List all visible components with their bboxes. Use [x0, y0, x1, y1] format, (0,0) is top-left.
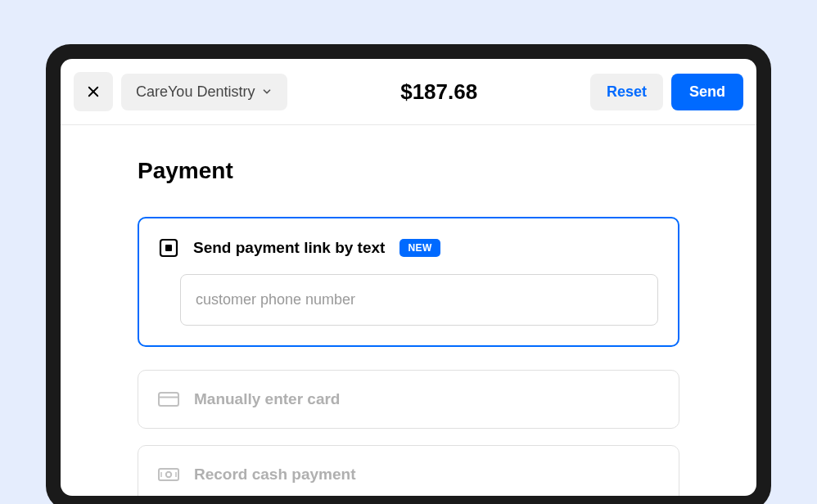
amount-display: $187.68 — [287, 79, 590, 105]
credit-card-icon — [158, 390, 179, 408]
option-title: Manually enter card — [194, 390, 340, 408]
close-button[interactable] — [74, 72, 113, 111]
reset-button[interactable]: Reset — [590, 74, 663, 110]
close-icon — [86, 84, 101, 99]
header: CareYou Dentistry $187.68 Reset Send — [61, 59, 756, 125]
option-title: Send payment link by text — [193, 239, 385, 257]
square-logo-icon — [159, 238, 178, 258]
cash-icon — [158, 466, 179, 484]
send-button[interactable]: Send — [671, 74, 743, 110]
svg-rect-4 — [159, 393, 178, 406]
screen: CareYou Dentistry $187.68 Reset Send Pay… — [61, 59, 756, 496]
payment-option-manual-card[interactable]: Manually enter card — [138, 370, 679, 429]
content: Payment Send payment link by text NEW — [61, 125, 756, 496]
location-label: CareYou Dentistry — [136, 83, 255, 101]
payment-option-text-link[interactable]: Send payment link by text NEW — [138, 217, 679, 347]
page-title: Payment — [138, 158, 679, 184]
payment-option-cash[interactable]: Record cash payment — [138, 445, 679, 496]
phone-input[interactable] — [180, 274, 658, 326]
svg-rect-3 — [165, 245, 172, 251]
device-frame: CareYou Dentistry $187.68 Reset Send Pay… — [46, 44, 771, 504]
svg-point-7 — [166, 472, 171, 477]
location-dropdown[interactable]: CareYou Dentistry — [121, 74, 287, 110]
chevron-down-icon — [261, 86, 273, 97]
option-header: Send payment link by text NEW — [159, 238, 658, 258]
new-badge: NEW — [399, 239, 440, 257]
option-title: Record cash payment — [194, 466, 355, 484]
